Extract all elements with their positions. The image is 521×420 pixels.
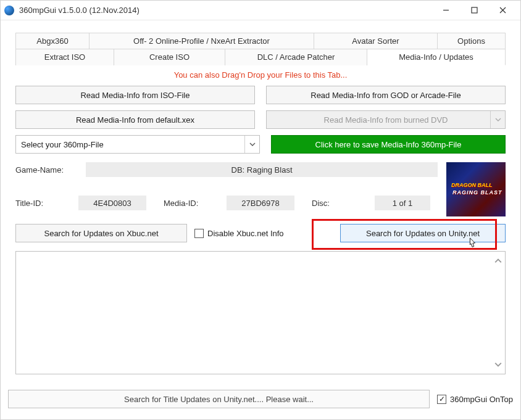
dragdrop-hint: You can also Drag'n Drop your Files to t… — [15, 65, 506, 86]
titlebar: 360mpGui v1.5.0.0 (12.Nov.2014) — [1, 1, 520, 20]
read-god-button[interactable]: Read Media-Info from GOD or Arcade-File — [266, 86, 506, 104]
scroll-down-icon[interactable] — [493, 359, 504, 370]
tab-off2online[interactable]: Off- 2 Online-Profile / NxeArt Extractor — [90, 33, 314, 49]
game-name-value: DB: Raging Blast — [86, 162, 438, 177]
media-id-value: 27BD6978 — [227, 196, 294, 210]
read-xex-button[interactable]: Read Media-Info from default.xex — [15, 110, 255, 129]
maximize-button[interactable] — [460, 1, 488, 20]
results-list[interactable] — [15, 251, 506, 374]
read-dvd-label: Read Media-Info from burned DVD — [324, 115, 448, 125]
tab-media-info[interactable]: Media-Info / Updates — [367, 49, 506, 65]
disc-label: Disc: — [312, 199, 369, 208]
cursor-pointer-icon — [467, 237, 478, 250]
tab-avatar-sorter[interactable]: Avatar Sorter — [314, 33, 438, 49]
checkbox-checked-icon[interactable] — [437, 395, 446, 404]
ontop-checkbox[interactable]: 360mpGui OnTop — [437, 395, 513, 404]
window-title: 360mpGui v1.5.0.0 (12.Nov.2014) — [19, 6, 431, 15]
scroll-up-icon[interactable] — [493, 255, 504, 266]
svg-rect-1 — [472, 7, 477, 13]
game-name-label: Game-Name: — [15, 165, 77, 175]
tab-options[interactable]: Options — [438, 33, 506, 49]
ontop-label: 360mpGui OnTop — [450, 395, 513, 404]
media-id-label: Media-ID: — [164, 199, 220, 208]
cover-text-2: RAGING BLAST — [452, 189, 502, 196]
tab-create-iso[interactable]: Create ISO — [114, 49, 225, 65]
disable-xbuc-checkbox[interactable]: Disable Xbuc.net Info — [194, 229, 284, 238]
read-iso-button[interactable]: Read Media-Info from ISO-File — [15, 86, 255, 104]
chevron-down-icon — [490, 111, 505, 128]
save-media-info-button[interactable]: Click here to save Media-Info 360mp-File — [271, 135, 506, 154]
select-360mp-file[interactable]: Select your 360mp-File — [15, 135, 260, 154]
disable-xbuc-label: Disable Xbuc.net Info — [207, 229, 284, 238]
search-unity-button[interactable]: Search for Updates on Unity.net — [340, 224, 506, 242]
tab-abgx360[interactable]: Abgx360 — [15, 33, 90, 49]
search-unity-label: Search for Updates on Unity.net — [366, 229, 480, 238]
chevron-down-icon[interactable] — [244, 136, 259, 153]
select-file-label: Select your 360mp-File — [21, 140, 104, 149]
title-id-value: 4E4D0803 — [78, 196, 146, 210]
checkbox-icon[interactable] — [194, 229, 204, 238]
app-icon — [4, 6, 14, 15]
title-id-label: Title-ID: — [15, 199, 72, 208]
tab-dlc-arcade[interactable]: DLC / Arcade Patcher — [225, 49, 367, 65]
cover-text-1: DRAGON BALL — [451, 182, 493, 188]
disc-value: 1 of 1 — [375, 196, 430, 210]
tabstrip: Abgx360 Off- 2 Online-Profile / NxeArt E… — [15, 33, 506, 65]
read-dvd-button: Read Media-Info from burned DVD — [266, 110, 506, 129]
tab-extract-iso[interactable]: Extract ISO — [15, 49, 114, 65]
status-bar: Search for Title Updates on Unity.net...… — [8, 390, 430, 408]
minimize-button[interactable] — [431, 1, 460, 20]
close-button[interactable] — [488, 1, 517, 20]
search-xbuc-button[interactable]: Search for Updates on Xbuc.net — [15, 224, 187, 242]
game-cover: DRAGON BALL RAGING BLAST — [446, 162, 506, 216]
